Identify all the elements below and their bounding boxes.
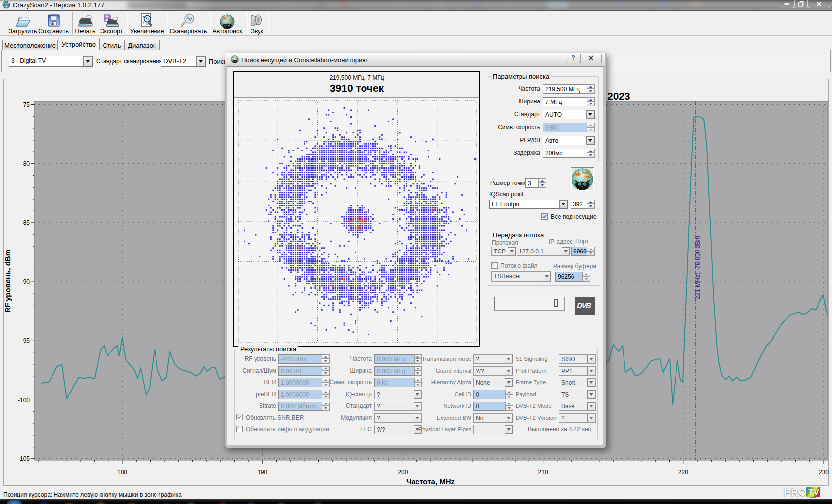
svg-text:DVB: DVB bbox=[577, 302, 592, 310]
